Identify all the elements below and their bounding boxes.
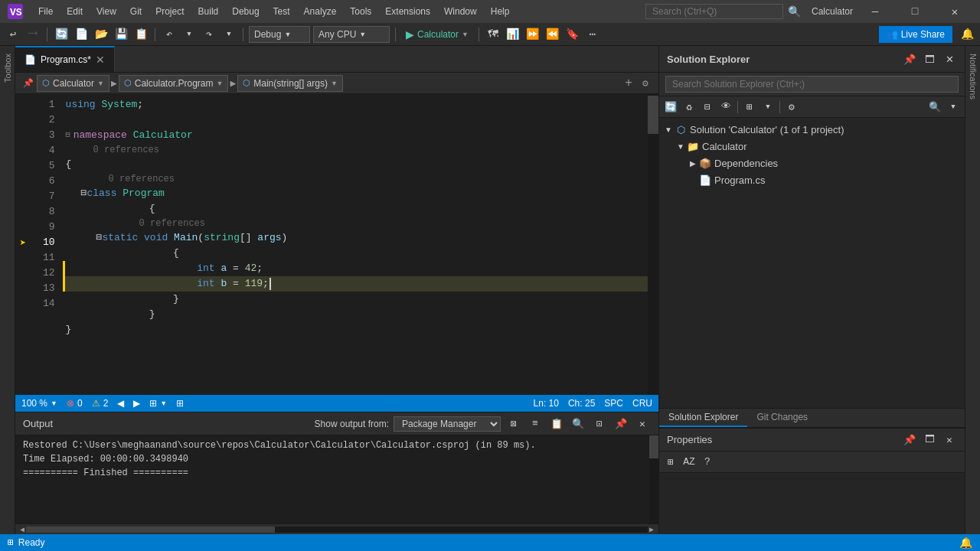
breadcrumb-type[interactable]: ⬡ Calculator.Program ▼	[119, 75, 229, 92]
forward-button[interactable]: ⭢	[24, 26, 41, 43]
breadcrumb-class[interactable]: ⬡ Calculator ▼	[37, 75, 109, 92]
tree-program-cs[interactable]: 📄 Program.cs	[659, 171, 965, 188]
output-source-dropdown[interactable]: Package Manager	[394, 416, 501, 432]
warning-status[interactable]: ⚠ 2	[92, 398, 109, 409]
scroll-left-button[interactable]: ◀	[18, 525, 26, 534]
solution-search-input[interactable]	[665, 76, 959, 93]
prop-maximize-button[interactable]: 🗖	[922, 432, 937, 448]
undo-button[interactable]: ↶	[161, 26, 178, 43]
menu-analyze[interactable]: Analyze	[298, 5, 343, 18]
sol-view-button[interactable]: 👁	[717, 99, 734, 116]
sol-search-chevron[interactable]: ▼	[945, 99, 962, 116]
menu-help[interactable]: Help	[485, 5, 516, 18]
output-copy-button[interactable]: 📋	[548, 416, 565, 432]
sol-filter-button[interactable]: ⊞	[741, 99, 758, 116]
tree-dependencies[interactable]: ▶ 📦 Dependencies	[659, 155, 965, 171]
prop-pin-button[interactable]: 📌	[902, 432, 917, 448]
extra-status[interactable]: ⊞	[176, 398, 184, 409]
output-float-button[interactable]: ⊡	[591, 416, 608, 432]
nav-back-button[interactable]: ⏪	[544, 26, 561, 43]
debug-mode-dropdown[interactable]: Debug ▼	[249, 26, 310, 43]
output-clear-button[interactable]: ⊠	[505, 416, 522, 432]
liveshare-button[interactable]: 👥 Live Share	[879, 26, 952, 43]
code-vscroll[interactable]	[648, 94, 658, 395]
project-expand-icon[interactable]: ▼	[675, 140, 687, 152]
prop-help-button[interactable]: ?	[699, 454, 716, 471]
code-content[interactable]: using System; ⊟ namespace Calculator 0 r…	[63, 94, 648, 395]
output-vscrollbar[interactable]	[649, 435, 658, 523]
redo-button[interactable]: ↷	[201, 26, 217, 43]
save-button[interactable]: 💾	[113, 26, 129, 43]
format-status[interactable]: ⊞ ▼	[149, 398, 167, 409]
sol-search-button[interactable]: 🔍	[926, 99, 943, 116]
add-tab-button[interactable]: +	[620, 75, 637, 92]
redo-dropdown[interactable]: ▼	[220, 26, 237, 43]
pin-button[interactable]: 📌	[20, 75, 37, 92]
refresh-button[interactable]: 🔄	[53, 26, 70, 43]
nav-prev-status[interactable]: ◀	[117, 398, 124, 409]
menu-file[interactable]: File	[32, 5, 59, 18]
menu-edit[interactable]: Edit	[60, 5, 89, 18]
tab-solution-explorer[interactable]: Solution Explorer	[659, 409, 747, 427]
menu-window[interactable]: Window	[438, 5, 483, 18]
sol-collapse-button[interactable]: ⊟	[699, 99, 716, 116]
output-wrap-button[interactable]: ≡	[527, 416, 544, 432]
editor-settings-button[interactable]: ⚙	[637, 75, 654, 92]
tree-solution[interactable]: ▼ ⬡ Solution 'Calculator' (1 of 1 projec…	[659, 121, 965, 138]
sol-refresh-button[interactable]: ♻	[681, 99, 697, 116]
sol-settings-button[interactable]: ⚙	[783, 99, 800, 116]
global-search-input[interactable]	[645, 4, 783, 19]
output-hscrollbar[interactable]	[26, 527, 648, 533]
back-button[interactable]: ↩	[5, 26, 21, 43]
encoding-status[interactable]: CRU	[632, 398, 652, 409]
solution-expand-icon[interactable]: ▼	[662, 123, 675, 135]
tab-program-cs[interactable]: 📄 Program.cs* ✕	[15, 46, 115, 72]
open-button[interactable]: 📂	[93, 26, 109, 43]
prop-close-button[interactable]: ✕	[942, 432, 957, 448]
sol-filter-chevron[interactable]: ▼	[760, 99, 776, 116]
close-button[interactable]: ✕	[937, 0, 972, 23]
fold-marker-3[interactable]: ⊟	[66, 128, 70, 143]
menu-project[interactable]: Project	[149, 5, 190, 18]
spaces-status[interactable]: SPC	[604, 398, 623, 409]
maximize-button[interactable]: □	[897, 0, 933, 23]
menu-test[interactable]: Test	[267, 5, 296, 18]
col-status[interactable]: Ch: 25	[568, 398, 595, 409]
code-map-button[interactable]: 🗺	[485, 26, 501, 43]
output-find-button[interactable]: 🔍	[570, 416, 586, 432]
notification-bell-icon[interactable]: 🔔	[959, 536, 972, 549]
minimize-button[interactable]: —	[858, 0, 893, 23]
tree-project[interactable]: ▼ 📁 Calculator	[659, 138, 965, 155]
new-file-button[interactable]: 📄	[73, 26, 90, 43]
tab-git-changes[interactable]: Git Changes	[747, 409, 817, 427]
dep-expand-icon[interactable]: ▶	[687, 157, 699, 169]
scroll-right-button[interactable]: ▶	[648, 525, 655, 534]
notifications-button[interactable]: 🔔	[959, 26, 975, 43]
output-close-button[interactable]: ✕	[634, 416, 651, 432]
prop-alpha-button[interactable]: AZ	[681, 454, 697, 471]
output-pin-button[interactable]: 📌	[612, 416, 629, 432]
nav-forward-button[interactable]: ⏩	[524, 26, 541, 43]
menu-extensions[interactable]: Extensions	[379, 5, 436, 18]
cpu-target-dropdown[interactable]: Any CPU ▼	[313, 26, 390, 43]
zoom-status[interactable]: 100 % ▼	[21, 398, 57, 409]
breadcrumb-method[interactable]: ⬡ Main(string[] args) ▼	[237, 75, 343, 92]
diagnostics-button[interactable]: 📊	[505, 26, 521, 43]
maximize-panel-button[interactable]: 🗖	[922, 51, 937, 67]
menu-build[interactable]: Build	[192, 5, 225, 18]
menu-git[interactable]: Git	[124, 5, 148, 18]
bookmark-button[interactable]: 🔖	[564, 26, 581, 43]
menu-view[interactable]: View	[90, 5, 122, 18]
start-button[interactable]: ▶ Calculator ▼	[401, 27, 473, 42]
tab-close-button[interactable]: ✕	[96, 54, 105, 66]
error-status[interactable]: ⊗ 0	[67, 398, 83, 409]
menu-debug[interactable]: Debug	[226, 5, 265, 18]
menu-tools[interactable]: Tools	[344, 5, 377, 18]
line-status[interactable]: Ln: 10	[534, 398, 559, 409]
nav-next-status[interactable]: ▶	[133, 398, 140, 409]
close-panel-button[interactable]: ✕	[942, 51, 957, 67]
undo-dropdown[interactable]: ▼	[181, 26, 198, 43]
prop-categories-button[interactable]: ⊞	[662, 454, 679, 471]
save-all-button[interactable]: 📋	[132, 26, 149, 43]
more-button[interactable]: ⋯	[584, 26, 601, 43]
